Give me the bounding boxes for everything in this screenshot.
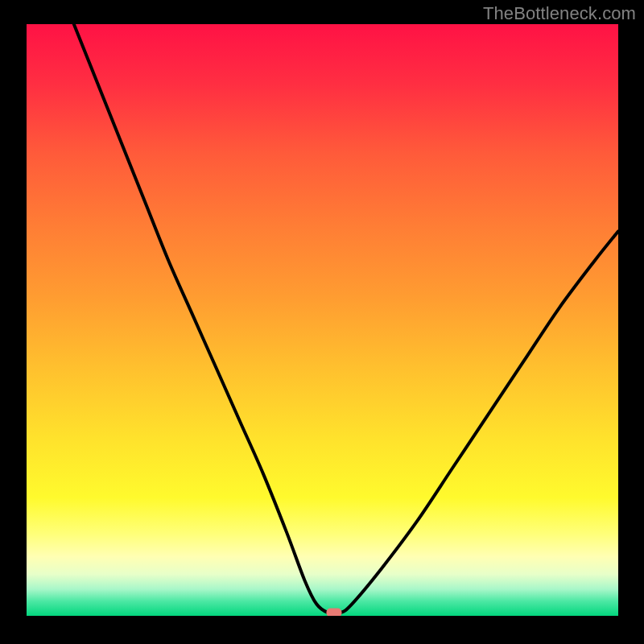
plot-area <box>27 24 618 616</box>
bottleneck-curve <box>27 24 618 616</box>
watermark-text: TheBottleneck.com <box>483 3 636 24</box>
chart-frame: TheBottleneck.com <box>0 0 644 644</box>
optimal-marker <box>327 609 342 616</box>
